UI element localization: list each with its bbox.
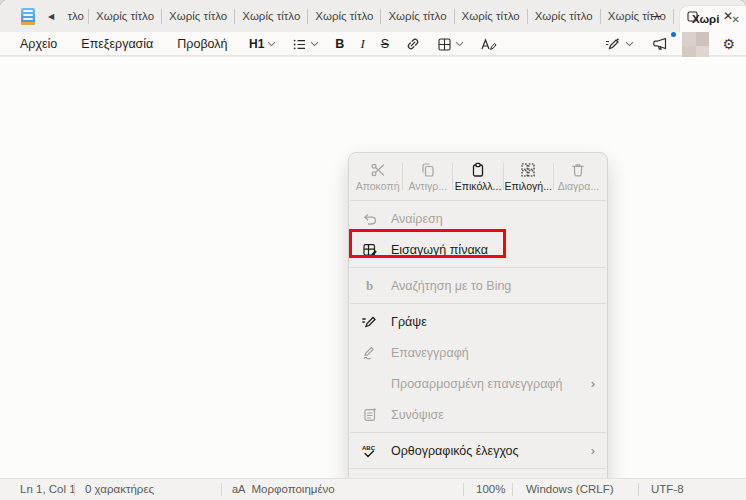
formatted-indicator[interactable]: aAΜορφοποιημένο bbox=[232, 479, 335, 500]
megaphone-icon bbox=[652, 36, 669, 52]
menu-item-write[interactable]: Γράψε bbox=[349, 306, 607, 337]
bold-icon: B bbox=[335, 37, 344, 51]
menu-item-label: Επανεγγραφή bbox=[391, 346, 595, 360]
character-count: 0 χαρακτήρες bbox=[85, 479, 154, 500]
menu-bar: Αρχείο Επεξεργασία Προβολή bbox=[8, 32, 240, 56]
scroll-tabs-left-icon[interactable]: ◀ bbox=[42, 4, 60, 28]
italic-icon: I bbox=[360, 36, 364, 52]
select-all-icon bbox=[520, 162, 536, 178]
menu-item-custom-rewrite: Προσαρμοσμένη επανεγγραφή › bbox=[349, 368, 607, 399]
cursor-position: Ln 1, Col 1 bbox=[20, 479, 76, 500]
window-controls: ✕ bbox=[638, 0, 746, 32]
context-menu: Αποκοπή Αντιγρ... Επικόλλ... Επιλογή... … bbox=[348, 152, 608, 500]
svg-text:ABC: ABC bbox=[362, 444, 376, 450]
copy-label: Αντιγρ... bbox=[409, 180, 448, 192]
clear-formatting-button[interactable] bbox=[475, 35, 502, 54]
trash-icon bbox=[570, 162, 586, 178]
zoom-level[interactable]: 100% bbox=[476, 479, 505, 500]
text-format-icon: aA bbox=[232, 483, 245, 495]
copilot-pencil-icon bbox=[605, 37, 622, 52]
chevron-down-icon bbox=[310, 41, 319, 47]
format-toolbar: H1 B I S bbox=[244, 32, 502, 56]
gear-icon: ⚙ bbox=[722, 36, 735, 52]
bullet-list-icon bbox=[292, 37, 307, 52]
tab-untitled[interactable]: Χωρίς τίτλο bbox=[162, 0, 234, 32]
select-all-button[interactable]: Επιλογή... bbox=[504, 158, 553, 195]
tab-untitled-partial[interactable]: τλο bbox=[60, 0, 88, 32]
strikethrough-button[interactable]: S bbox=[376, 35, 394, 53]
rewrite-pencil-icon bbox=[361, 345, 378, 361]
tab-untitled[interactable]: Χωρίς τίτλο bbox=[89, 0, 161, 32]
formatted-label: Μορφοποιημένο bbox=[251, 483, 334, 495]
encoding[interactable]: UTF-8 bbox=[651, 479, 684, 500]
paste-label: Επικόλλ... bbox=[455, 180, 502, 192]
notepad-app-icon bbox=[21, 8, 35, 25]
table-icon bbox=[437, 37, 452, 52]
menu-item-label: Ορθογραφικός έλεγχος bbox=[391, 444, 591, 458]
submenu-chevron-icon: › bbox=[591, 443, 595, 458]
menu-item-spell-check[interactable]: ABC Ορθογραφικός έλεγχος › bbox=[349, 435, 607, 466]
copy-icon bbox=[420, 162, 436, 178]
tab-untitled[interactable]: Χωρίς τίτλο bbox=[381, 0, 453, 32]
copilot-rewrite-dropdown[interactable] bbox=[600, 35, 639, 54]
chevron-down-icon bbox=[625, 41, 634, 47]
status-separator bbox=[74, 483, 75, 496]
paste-button[interactable]: Επικόλλ... bbox=[453, 158, 502, 195]
menu-item-label: Γράψε bbox=[391, 315, 595, 329]
heading-dropdown[interactable]: H1 bbox=[244, 35, 281, 53]
status-separator bbox=[221, 483, 222, 496]
select-all-label: Επιλογή... bbox=[505, 180, 552, 192]
link-icon bbox=[405, 36, 421, 52]
menu-item-label: Συνόψισε bbox=[391, 408, 595, 422]
bing-icon: b bbox=[361, 277, 378, 294]
notification-dot bbox=[671, 32, 676, 37]
menu-item-bing-search: b Αναζήτηση με το Bing bbox=[349, 270, 607, 301]
toolbar-right: ⚙ bbox=[600, 32, 740, 56]
menu-divider bbox=[350, 468, 606, 469]
status-bar: Ln 1, Col 1 0 χαρακτήρες aAΜορφοποιημένο… bbox=[0, 478, 746, 500]
copy-button: Αντιγρ... bbox=[403, 158, 452, 195]
menu-item-insert-table[interactable]: Εισαγωγή πίνακα bbox=[349, 234, 607, 265]
title-bar: ◀ τλο Χωρίς τίτλο Χωρίς τίτλο Χωρίς τίτλ… bbox=[0, 0, 746, 32]
menu-edit[interactable]: Επεξεργασία bbox=[69, 32, 165, 56]
italic-button[interactable]: I bbox=[355, 34, 369, 54]
menu-item-label: Προσαρμοσμένη επανεγγραφή bbox=[391, 377, 591, 391]
settings-button[interactable]: ⚙ bbox=[717, 34, 740, 54]
status-separator bbox=[638, 483, 639, 496]
status-separator bbox=[463, 483, 464, 496]
delete-button: Διαγρα... bbox=[554, 158, 603, 195]
line-ending[interactable]: Windows (CRLF) bbox=[526, 479, 614, 500]
tab-untitled[interactable]: Χωρίς τίτλο bbox=[455, 0, 527, 32]
spell-check-icon: ABC bbox=[361, 443, 378, 459]
insert-table-icon bbox=[362, 242, 378, 258]
heading-label: H1 bbox=[249, 37, 264, 51]
link-button[interactable] bbox=[400, 34, 426, 54]
cut-icon bbox=[370, 162, 386, 178]
write-pencil-icon bbox=[361, 314, 378, 330]
undo-icon bbox=[362, 211, 378, 227]
menu-file[interactable]: Αρχείο bbox=[8, 32, 69, 56]
summarize-icon bbox=[362, 407, 378, 423]
menu-view[interactable]: Προβολή bbox=[165, 32, 239, 56]
maximize-button[interactable] bbox=[674, 0, 710, 32]
tab-untitled[interactable]: Χωρίς τίτλο bbox=[235, 0, 307, 32]
list-dropdown[interactable] bbox=[287, 35, 324, 54]
tab-untitled[interactable]: Χωρίς τίτλο bbox=[308, 0, 380, 32]
menu-divider bbox=[350, 200, 606, 201]
menu-item-label: Αναίρεση bbox=[391, 212, 595, 226]
tab-untitled[interactable]: Χωρίς τίτλο bbox=[528, 0, 600, 32]
menu-divider bbox=[350, 303, 606, 304]
bold-button[interactable]: B bbox=[330, 35, 349, 53]
table-dropdown[interactable] bbox=[432, 35, 469, 54]
menu-item-rewrite: Επανεγγραφή bbox=[349, 337, 607, 368]
strikethrough-icon: S bbox=[381, 37, 389, 51]
close-button[interactable]: ✕ bbox=[710, 0, 746, 32]
account-avatar[interactable] bbox=[682, 32, 709, 59]
cut-button: Αποκοπή bbox=[353, 158, 402, 195]
notepad-window: ◀ τλο Χωρίς τίτλο Χωρίς τίτλο Χωρίς τίτλ… bbox=[0, 0, 746, 500]
minimize-button[interactable] bbox=[638, 0, 674, 32]
feedback-button[interactable] bbox=[647, 34, 674, 54]
submenu-chevron-icon: › bbox=[591, 376, 595, 391]
chevron-down-icon bbox=[267, 41, 276, 47]
menu-divider bbox=[350, 432, 606, 433]
